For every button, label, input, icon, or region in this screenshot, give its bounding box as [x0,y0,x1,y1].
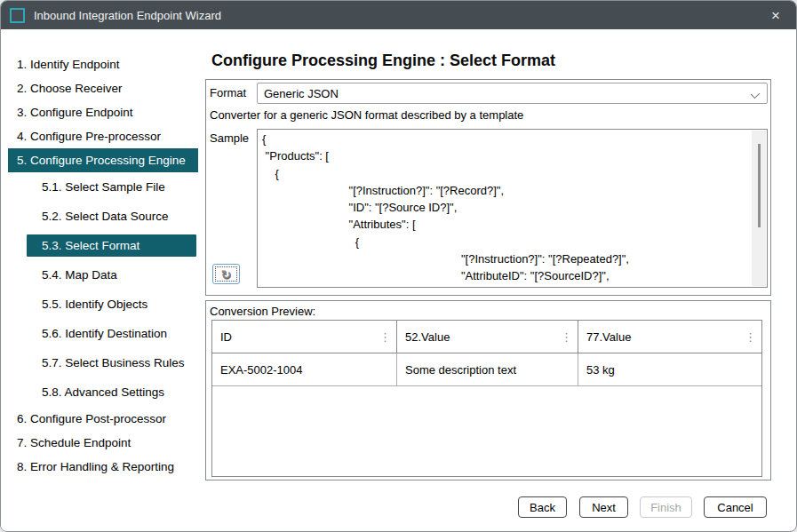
sidebar-item-label: 2. Choose Receiver [17,82,123,95]
refresh-icon: ↻ [221,268,232,281]
sidebar-item-label: 4. Configure Pre-processor [17,130,161,143]
sidebar-item[interactable]: 4. Configure Pre-processor [1,124,205,148]
column-header-label: 77.Value [586,330,631,344]
sidebar-item[interactable]: 5.1. Select Sample File [1,172,205,202]
column-menu-icon[interactable]: ⋮ [561,331,572,343]
sidebar-item-label: 6. Configure Post-processor [17,412,166,425]
close-icon[interactable]: × [755,1,796,29]
table-cell: 53 kg [578,353,761,385]
sample-label: Sample [210,131,249,145]
column-header-label: ID [220,330,232,344]
sample-scrollbar-thumb[interactable] [758,144,761,227]
sidebar-item-label: 7. Schedule Endpoint [17,436,131,449]
format-description: Converter for a generic JSON format desc… [210,108,523,122]
column-menu-icon[interactable]: ⋮ [745,331,756,343]
sidebar-item-label: 5.5. Identify Objects [42,298,147,311]
app-icon [10,8,25,23]
wizard-dialog: Inbound Integration Endpoint Wizard × 1.… [0,0,797,532]
format-dropdown[interactable]: Generic JSON [257,83,768,104]
cancel-button[interactable]: Cancel [704,496,767,518]
next-button[interactable]: Next [579,496,628,518]
finish-button: Finish [640,496,692,518]
sidebar-item[interactable]: 5.3. Select Format [1,231,205,260]
sidebar-item[interactable]: 6. Configure Post-processor [1,407,205,431]
sidebar-item[interactable]: 5. Configure Processing Engine [8,148,198,172]
format-panel: Format Generic JSON Converter for a gene… [205,79,771,296]
sidebar-item-label: 5.7. Select Business Rules [42,356,185,369]
sidebar-item[interactable]: 1. Identify Endpoint [1,52,205,76]
column-header-label: 52.Value [405,330,450,344]
sidebar-item-label: 5.4. Map Data [42,268,117,282]
conversion-preview-panel: Conversion Preview: ID⋮52.Value⋮77.Value… [205,300,771,480]
back-button[interactable]: Back [518,496,567,518]
sample-code-area[interactable]: { "Products": [ { "[?Instruction?]": "[?… [257,129,768,288]
format-label: Format [210,86,246,99]
sidebar-item[interactable]: 7. Schedule Endpoint [1,431,205,455]
conversion-preview-table: ID⋮52.Value⋮77.Value⋮ EXA-5002-1004Some … [211,320,762,477]
table-header-row: ID⋮52.Value⋮77.Value⋮ [212,321,761,353]
sidebar-item[interactable]: 5.7. Select Business Rules [1,348,205,377]
sidebar-item-label: 5.3. Select Format [27,234,196,257]
sidebar-item[interactable]: 3. Configure Endpoint [1,100,205,124]
sidebar-item-label: 1. Identify Endpoint [17,58,120,71]
sidebar-item[interactable]: 5.6. Identify Destination [1,319,205,348]
table-row[interactable]: EXA-5002-1004Some description text53 kg [212,353,761,386]
column-menu-icon[interactable]: ⋮ [379,331,391,343]
table-cell: EXA-5002-1004 [212,353,397,385]
sidebar-item[interactable]: 5.4. Map Data [1,260,205,290]
conversion-preview-label: Conversion Preview: [210,305,315,318]
sidebar-item-label: 5.1. Select Sample File [42,180,165,194]
sample-code: { "Products": [ { "[?Instruction?]": "[?… [258,130,767,288]
sidebar-item-label: 8. Error Handling & Reporting [17,460,174,473]
sidebar-item-label: 5.8. Advanced Settings [42,385,164,399]
page-title: Configure Processing Engine : Select For… [211,52,555,70]
sidebar-item-label: 3. Configure Endpoint [17,106,133,119]
sidebar-item-label: 5.6. Identify Destination [42,327,167,340]
sample-scrollbar[interactable] [752,131,766,286]
column-header[interactable]: ID⋮ [212,321,397,353]
column-header[interactable]: 77.Value⋮ [578,321,761,353]
sidebar-item[interactable]: 2. Choose Receiver [1,76,205,100]
sidebar-item[interactable]: 5.8. Advanced Settings [1,377,205,407]
refresh-button-focus: ↻ [216,267,236,281]
sidebar-item[interactable]: 5.2. Select Data Source [1,202,205,231]
sidebar-item[interactable]: 8. Error Handling & Reporting [1,455,205,479]
sidebar-item-label: 5.2. Select Data Source [42,210,169,223]
title-bar: Inbound Integration Endpoint Wizard × [1,1,796,29]
wizard-steps-sidebar: 1. Identify Endpoint2. Choose Receiver3.… [1,29,205,531]
table-body: EXA-5002-1004Some description text53 kg [212,353,761,386]
chevron-down-icon [751,90,760,99]
refresh-button[interactable]: ↻ [212,264,240,284]
column-header[interactable]: 52.Value⋮ [397,321,578,353]
table-cell: Some description text [397,353,578,385]
sidebar-item[interactable]: 5.5. Identify Objects [1,290,205,319]
window-title: Inbound Integration Endpoint Wizard [34,9,221,22]
format-dropdown-value: Generic JSON [264,87,339,100]
sidebar-item-label: 5. Configure Processing Engine [17,154,186,167]
